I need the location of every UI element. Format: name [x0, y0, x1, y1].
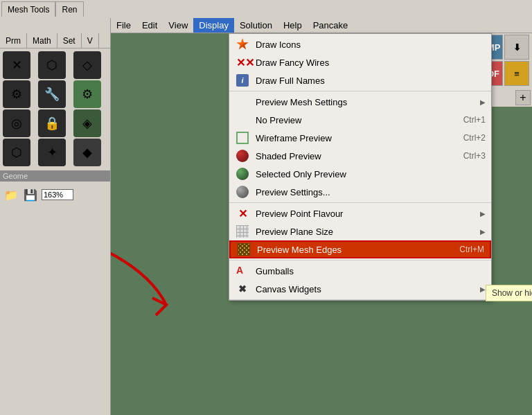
- menu-display[interactable]: Display: [193, 18, 234, 33]
- menu-item-shaded-preview[interactable]: Shaded Preview Ctrl+3: [229, 147, 491, 165]
- tab-prm[interactable]: Prm: [0, 33, 27, 48]
- canvas-widgets-icon: ✖: [235, 281, 250, 297]
- draw-fancy-wires-icon: ✕: [235, 55, 250, 70]
- icon-cell-5[interactable]: 🔧: [38, 80, 66, 108]
- wireframe-shortcut: Ctrl+2: [463, 133, 486, 143]
- tab-set[interactable]: Set: [57, 33, 82, 48]
- no-preview-shortcut: Ctrl+1: [463, 115, 486, 125]
- canvas-widgets-label: Canvas Widgets: [256, 284, 480, 294]
- preview-settings-label: Preview Settings...: [256, 187, 486, 197]
- arrow-icon-pms: ▶: [480, 98, 486, 106]
- selected-only-icon: [235, 166, 250, 182]
- plus-button[interactable]: +: [515, 90, 531, 105]
- preview-settings-icon: [235, 184, 250, 200]
- icon-grid: ✕ ⬡ ◇ ⚙ 🔧 ⚙ ◎ 🔒 ◈ ⬡ ✦ ◆: [0, 48, 110, 169]
- icon-cell-9[interactable]: ◈: [73, 109, 101, 137]
- geome-bar: Geome: [0, 170, 110, 182]
- folder-icon[interactable]: 📁: [3, 187, 19, 202]
- tab-math[interactable]: Math: [27, 33, 57, 48]
- menu-item-preview-mesh-edges[interactable]: Preview Mesh Edges Ctrl+M: [229, 240, 491, 258]
- arrow-icon-pps: ▶: [480, 228, 486, 236]
- left-panel: Prm Math Set V ✕ ⬡ ◇ ⚙ 🔧 ⚙ ◎ 🔒 ◈ ⬡ ✦ ◆ G…: [0, 18, 111, 415]
- menu-item-preview-settings[interactable]: Preview Settings...: [229, 183, 491, 201]
- icon-cell-12[interactable]: ◆: [73, 139, 101, 166]
- menu-section-4: Gumballs ✖ Canvas Widgets ▶: [229, 261, 491, 300]
- shaded-icon: [235, 148, 250, 164]
- save-icon[interactable]: 💾: [22, 187, 39, 202]
- menu-section-1: Draw Icons ✕ Draw Fancy Wires i Draw Ful…: [229, 34, 491, 91]
- download-icon[interactable]: ⬇: [504, 35, 529, 60]
- display-dropdown-menu: Draw Icons ✕ Draw Fancy Wires i Draw Ful…: [229, 33, 492, 301]
- menu-item-gumballs[interactable]: Gumballs: [229, 262, 491, 280]
- icon-cell-2[interactable]: ⬡: [38, 51, 66, 79]
- gumballs-label: Gumballs: [256, 266, 486, 276]
- menu-pancake[interactable]: Pancake: [308, 18, 354, 33]
- menu-item-preview-point-flavour[interactable]: ✕ Preview Point Flavour ▶: [229, 204, 491, 222]
- preview-plane-size-label: Preview Plane Size: [256, 227, 480, 237]
- icon-cell-8[interactable]: 🔒: [38, 109, 66, 137]
- draw-icons-label: Draw Icons: [256, 39, 486, 50]
- icon-cell-10[interactable]: ⬡: [3, 139, 30, 166]
- draw-full-names-icon: i: [235, 73, 250, 88]
- menu-solution[interactable]: Solution: [234, 18, 278, 33]
- menu-item-preview-mesh-settings[interactable]: Preview Mesh Settings ▶: [229, 93, 491, 111]
- menu-item-canvas-widgets[interactable]: ✖ Canvas Widgets ▶: [229, 280, 491, 298]
- icon-cell-4[interactable]: ⚙: [3, 80, 30, 108]
- menu-item-draw-full-names[interactable]: i Draw Full Names: [229, 71, 491, 89]
- menu-item-no-preview[interactable]: No Preview Ctrl+1: [229, 111, 491, 129]
- preview-point-flavour-icon: ✕: [235, 206, 250, 221]
- arrow-icon-ppf: ▶: [480, 210, 486, 218]
- selected-only-label: Selected Only Preview: [256, 169, 486, 179]
- draw-full-names-label: Draw Full Names: [256, 76, 486, 86]
- wireframe-label: Wireframe Preview: [256, 133, 463, 143]
- preview-point-flavour-label: Preview Point Flavour: [256, 209, 480, 219]
- tab-render[interactable]: Ren: [55, 1, 83, 17]
- draw-icons-icon: [235, 37, 250, 52]
- menu-section-3: ✕ Preview Point Flavour ▶ Preview Plane …: [229, 203, 491, 261]
- zoom-input[interactable]: [42, 189, 73, 200]
- main-toolbar: Mesh Tools Ren: [0, 0, 532, 18]
- menu-item-selected-only[interactable]: Selected Only Preview: [229, 165, 491, 183]
- icon-cell-6[interactable]: ⚙: [73, 80, 101, 108]
- preview-mesh-edges-shortcut: Ctrl+M: [459, 245, 484, 254]
- menu-bar: File Edit View Display Solution Help Pan…: [111, 18, 532, 33]
- tab-mesh-tools[interactable]: Mesh Tools: [1, 1, 55, 17]
- icon-cell-1[interactable]: ✕: [3, 51, 30, 79]
- menu-item-draw-fancy-wires[interactable]: ✕ Draw Fancy Wires: [229, 53, 491, 71]
- preview-mesh-settings-label: Preview Mesh Settings: [256, 97, 480, 107]
- no-preview-icon: [235, 112, 250, 127]
- menu-view[interactable]: View: [163, 18, 193, 33]
- menu-item-preview-plane-size[interactable]: Preview Plane Size ▶: [229, 222, 491, 240]
- wireframe-icon: [235, 130, 250, 145]
- arrow-icon-cw: ▶: [480, 285, 486, 293]
- menu-item-draw-icons[interactable]: Draw Icons: [229, 35, 491, 53]
- icon-cell-11[interactable]: ✦: [38, 139, 66, 166]
- draw-fancy-wires-label: Draw Fancy Wires: [256, 58, 486, 68]
- left-panel-tabs: Prm Math Set V: [0, 33, 110, 48]
- no-preview-label: No Preview: [256, 115, 463, 125]
- yellow-icon[interactable]: ≡: [504, 61, 529, 86]
- shaded-shortcut: Ctrl+3: [463, 151, 486, 161]
- menu-edit[interactable]: Edit: [136, 18, 163, 33]
- menu-item-wireframe-preview[interactable]: Wireframe Preview Ctrl+2: [229, 129, 491, 147]
- tooltip-preview-mesh-edges: Show or hide mesh edges in the preview: [486, 285, 532, 301]
- icon-cell-7[interactable]: ◎: [3, 109, 30, 137]
- preview-mesh-edges-icon: [236, 242, 251, 257]
- tab-v[interactable]: V: [82, 33, 99, 48]
- bottom-toolbar: 📁 💾: [0, 184, 110, 205]
- menu-file[interactable]: File: [111, 18, 136, 33]
- gumballs-icon: [235, 263, 250, 279]
- menu-help[interactable]: Help: [278, 18, 308, 33]
- preview-mesh-edges-label: Preview Mesh Edges: [257, 245, 459, 255]
- preview-plane-size-icon: [235, 224, 250, 239]
- preview-mesh-settings-icon: [235, 94, 250, 109]
- icon-cell-3[interactable]: ◇: [73, 51, 101, 79]
- shaded-label: Shaded Preview: [256, 151, 463, 161]
- menu-section-2: Preview Mesh Settings ▶ No Preview Ctrl+…: [229, 91, 491, 203]
